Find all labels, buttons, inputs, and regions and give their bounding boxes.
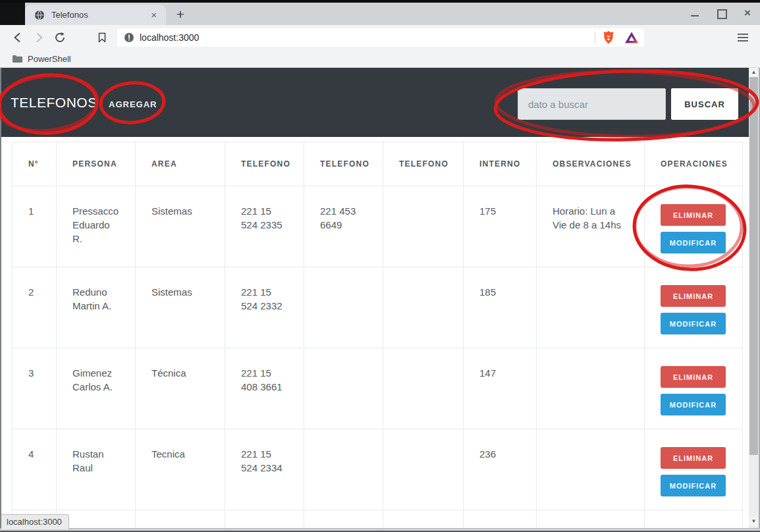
- cell-persona: Rustan Raul: [57, 429, 136, 510]
- table-row: ELIMINARMODIFICAR: [13, 510, 743, 529]
- cell-telefono3: [383, 348, 464, 429]
- minimize-button[interactable]: [689, 7, 701, 19]
- column-header: PERSONA: [57, 142, 136, 186]
- window-bottom-frame: [0, 528, 760, 532]
- forward-button[interactable]: [29, 25, 49, 50]
- frame-top-edge: [0, 0, 760, 3]
- modificar-button[interactable]: MODIFICAR: [661, 313, 726, 334]
- browser-toolbar: localhost:3000: [0, 25, 760, 50]
- cell-interno: 236: [464, 429, 537, 510]
- app-navbar: TELEFONOS AGREGAR BUSCAR: [1, 68, 749, 137]
- phones-table: N°PERSONAAREATELEFONOTELEFONOTELEFONOINT…: [12, 142, 743, 528]
- maximize-button[interactable]: [715, 7, 727, 19]
- cell-telefono1: 221 15 524 2334: [225, 429, 304, 510]
- cell-operaciones: ELIMINARMODIFICAR: [645, 186, 743, 267]
- cell-area: Sistemas: [136, 186, 225, 267]
- table-row: 2Reduno Martin A.Sistemas221 15 524 2332…: [13, 267, 743, 348]
- cell-observaciones: [537, 348, 645, 429]
- site-info-icon[interactable]: [124, 32, 134, 43]
- page-scrollbar[interactable]: ▲ ▼: [749, 68, 759, 528]
- cell-observaciones: [537, 429, 645, 510]
- column-header: N°: [13, 142, 57, 186]
- cell-n: 4: [13, 429, 57, 510]
- cell-operaciones: ELIMINARMODIFICAR: [645, 348, 743, 429]
- scroll-up-icon[interactable]: ▲: [749, 68, 759, 77]
- cell-persona: Gimenez Carlos A.: [57, 348, 136, 429]
- cell-interno: [464, 510, 537, 529]
- new-tab-button[interactable]: +: [173, 7, 188, 23]
- cell-telefono2: [304, 510, 383, 529]
- modificar-button[interactable]: MODIFICAR: [661, 394, 726, 415]
- cell-n: 2: [13, 267, 57, 348]
- tab-strip: Telefonos × + ×: [0, 0, 760, 25]
- tab-title: Telefonos: [51, 10, 148, 20]
- cell-telefono1: [225, 510, 304, 529]
- menu-button[interactable]: [738, 32, 749, 42]
- column-header: AREA: [136, 142, 225, 186]
- table-row: 1Pressacco Eduardo R.Sistemas221 15 524 …: [13, 186, 743, 267]
- cell-telefono3: [383, 267, 464, 348]
- cell-observaciones: [537, 267, 645, 348]
- cell-telefono1: 221 15 408 3661: [225, 348, 304, 429]
- eliminar-button[interactable]: ELIMINAR: [661, 447, 726, 469]
- eliminar-button[interactable]: ELIMINAR: [661, 366, 726, 388]
- folder-icon: [12, 55, 22, 63]
- bookmarks-bar: PowerShell: [0, 50, 760, 68]
- table-header-row: N°PERSONAAREATELEFONOTELEFONOTELEFONOINT…: [13, 142, 743, 186]
- column-header: OBSERVACIONES: [537, 142, 645, 186]
- cell-telefono3: [383, 186, 464, 267]
- buscar-button[interactable]: BUSCAR: [671, 88, 738, 120]
- bookmark-item-powershell[interactable]: PowerShell: [28, 54, 71, 64]
- close-window-button[interactable]: ×: [742, 7, 753, 19]
- modificar-button[interactable]: MODIFICAR: [661, 475, 726, 496]
- cell-n: 3: [13, 348, 57, 429]
- reload-button[interactable]: [50, 25, 70, 50]
- cell-persona: Reduno Martin A.: [57, 267, 136, 348]
- cell-telefono2: [304, 267, 383, 348]
- globe-favicon-icon: [34, 10, 45, 20]
- status-bubble: localhost:3000: [1, 514, 69, 529]
- cell-area: Tecnica: [136, 429, 225, 510]
- cell-observaciones: Horario: Lun a Vie de 8 a 14hs: [537, 186, 645, 267]
- close-tab-icon[interactable]: ×: [148, 9, 159, 21]
- search-input[interactable]: [518, 88, 666, 120]
- app-brand[interactable]: TELEFONOS: [11, 95, 97, 111]
- cell-n: 1: [13, 186, 57, 267]
- url-text: localhost:3000: [140, 32, 588, 43]
- scroll-down-icon[interactable]: ▼: [749, 517, 759, 526]
- cell-telefono2: [304, 348, 383, 429]
- cell-observaciones: [537, 510, 645, 529]
- cell-area: Técnica: [136, 348, 225, 429]
- eliminar-button[interactable]: ELIMINAR: [661, 204, 726, 226]
- nav-link-agregar[interactable]: AGREGAR: [109, 99, 157, 109]
- cell-telefono3: [383, 510, 464, 529]
- column-header: TELEFONO: [383, 142, 464, 186]
- address-bar[interactable]: localhost:3000: [117, 28, 644, 47]
- back-button[interactable]: [8, 25, 28, 50]
- cell-area: Sistemas: [136, 267, 225, 348]
- eliminar-button[interactable]: ELIMINAR: [661, 285, 726, 307]
- cell-operaciones: ELIMINARMODIFICAR: [645, 429, 743, 510]
- cell-area: [136, 510, 225, 529]
- tab-telefonos[interactable]: Telefonos ×: [25, 5, 166, 25]
- cell-telefono2: [304, 429, 383, 510]
- column-header: INTERNO: [464, 142, 537, 186]
- browser-window: Telefonos × + ×: [0, 0, 760, 532]
- cell-persona: Pressacco Eduardo R.: [57, 186, 136, 267]
- omnibox-divider: [595, 32, 595, 43]
- cell-telefono2: 221 453 6649: [304, 186, 383, 267]
- table-row: 4Rustan RaulTecnica221 15 524 2334236ELI…: [13, 429, 743, 510]
- bookmark-icon[interactable]: [92, 25, 112, 50]
- modificar-button[interactable]: MODIFICAR: [661, 232, 726, 253]
- column-header: OPERACIONES: [645, 142, 743, 186]
- scrollbar-thumb[interactable]: [749, 77, 758, 455]
- cell-operaciones: ELIMINARMODIFICAR: [645, 267, 743, 348]
- column-header: TELEFONO: [225, 142, 304, 186]
- frame-corner: [0, 0, 25, 25]
- cell-interno: 147: [464, 348, 537, 429]
- brave-shield-icon[interactable]: [602, 30, 615, 45]
- table-row: 3Gimenez Carlos A.Técnica221 15 408 3661…: [13, 348, 743, 429]
- cell-telefono1: 221 15 524 2335: [225, 186, 304, 267]
- cell-operaciones: ELIMINARMODIFICAR: [645, 510, 743, 529]
- bat-rewards-icon[interactable]: [624, 31, 639, 44]
